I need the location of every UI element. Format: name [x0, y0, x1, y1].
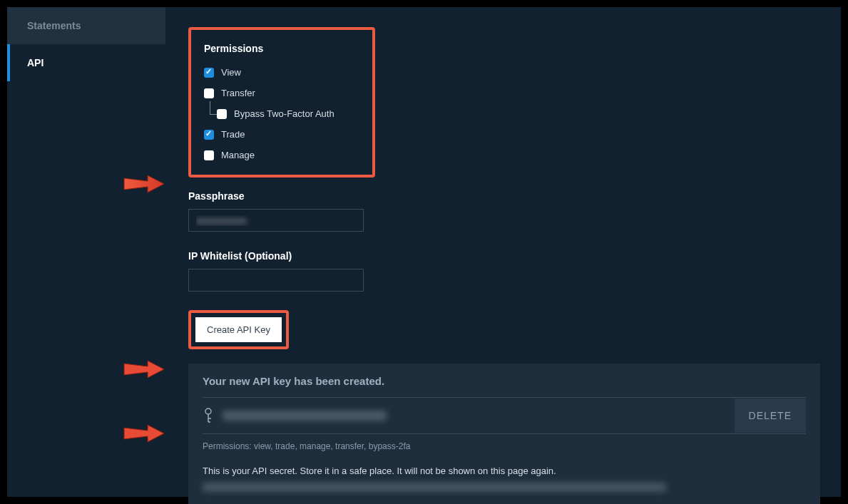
permission-manage-row: Manage	[204, 150, 359, 160]
permission-trade-row: Trade	[204, 129, 359, 140]
permission-manage-checkbox[interactable]	[204, 150, 214, 160]
permission-bypass2fa-checkbox[interactable]	[217, 109, 227, 119]
whitelist-group: IP Whitelist (Optional)	[188, 250, 827, 292]
permission-transfer-label: Transfer	[221, 88, 255, 98]
result-title: Your new API key has been created.	[203, 375, 806, 387]
permission-bypass2fa-row: Bypass Two-Factor Auth	[217, 108, 359, 119]
permission-view-row: View	[204, 67, 359, 78]
create-api-key-button[interactable]: Create API Key	[195, 317, 282, 342]
permission-view-checkbox[interactable]	[204, 68, 214, 78]
passphrase-group: Passphrase	[188, 190, 827, 232]
permission-transfer-checkbox[interactable]	[204, 88, 214, 98]
api-key-value	[223, 411, 387, 421]
permission-trade-checkbox[interactable]	[204, 130, 214, 140]
whitelist-label: IP Whitelist (Optional)	[188, 250, 827, 262]
permissions-panel: Permissions View Transfer Bypass Two-Fac…	[188, 27, 375, 178]
passphrase-input[interactable]	[188, 209, 364, 232]
api-key-row: DELETE	[203, 397, 806, 434]
passphrase-label: Passphrase	[188, 190, 827, 202]
svg-point-0	[205, 408, 211, 414]
create-button-highlight: Create API Key	[188, 310, 289, 349]
main-content: Permissions View Transfer Bypass Two-Fac…	[165, 7, 841, 497]
whitelist-input[interactable]	[188, 269, 364, 292]
permission-manage-label: Manage	[221, 150, 255, 160]
api-key-result-panel: Your new API key has been created. DELET…	[188, 364, 820, 504]
permission-trade-label: Trade	[221, 129, 245, 140]
delete-button[interactable]: DELETE	[735, 398, 806, 433]
sidebar-item-api[interactable]: API	[7, 44, 165, 81]
permission-transfer-row: Transfer	[204, 88, 359, 98]
permission-bypass2fa-label: Bypass Two-Factor Auth	[234, 108, 334, 119]
permission-view-label: View	[221, 67, 241, 78]
arrow-icon	[123, 171, 165, 197]
arrow-icon	[123, 356, 165, 382]
result-permissions-text: Permissions: view, trade, manage, transf…	[203, 441, 806, 451]
permissions-title: Permissions	[204, 43, 359, 54]
sidebar-item-statements[interactable]: Statements	[7, 7, 165, 44]
arrow-icon	[123, 421, 165, 446]
api-secret-value	[203, 483, 666, 492]
key-icon	[203, 408, 214, 423]
api-secret-label: This is your API secret. Store it in a s…	[203, 466, 806, 476]
